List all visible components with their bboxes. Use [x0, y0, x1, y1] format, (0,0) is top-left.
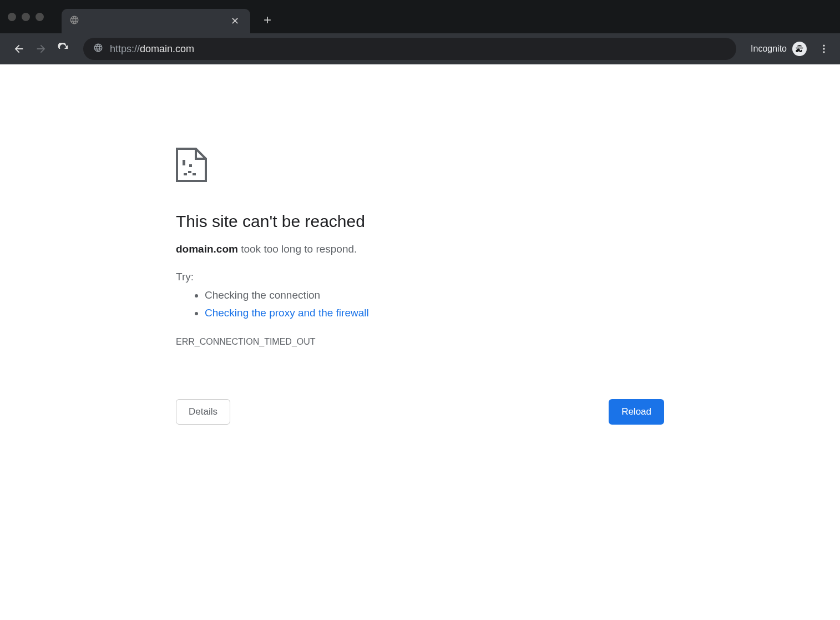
- toolbar: https://domain.com Incognito: [0, 33, 840, 64]
- svg-point-1: [823, 48, 824, 49]
- suggestion-item: Checking the connection: [205, 286, 664, 304]
- error-title: This site can't be reached: [176, 212, 664, 231]
- url-host: domain.com: [140, 43, 194, 55]
- incognito-icon: [792, 42, 807, 56]
- window-close-button[interactable]: [8, 13, 16, 21]
- error-container: This site can't be reached domain.com to…: [176, 148, 664, 425]
- globe-icon: [93, 43, 103, 55]
- suggestion-text: Checking the connection: [205, 289, 320, 301]
- window-controls: [8, 13, 44, 21]
- svg-point-0: [823, 45, 824, 47]
- forward-button[interactable]: [32, 40, 50, 58]
- incognito-label: Incognito: [751, 44, 787, 54]
- tab-strip: ✕ +: [0, 0, 840, 33]
- suggestion-link[interactable]: Checking the proxy and the firewall: [205, 307, 369, 319]
- svg-rect-7: [193, 173, 196, 175]
- error-message-suffix: took too long to respond.: [238, 243, 357, 255]
- try-label: Try:: [176, 271, 664, 283]
- new-tab-button[interactable]: +: [256, 12, 279, 28]
- svg-rect-6: [188, 171, 191, 173]
- browser-chrome: ✕ + https://domain.com Incognito: [0, 0, 840, 64]
- browser-tab[interactable]: ✕: [62, 9, 250, 33]
- reload-button[interactable]: Reload: [609, 399, 664, 425]
- url-text: https://domain.com: [110, 43, 194, 55]
- url-scheme: https://: [110, 43, 140, 55]
- reload-button-toolbar[interactable]: [54, 40, 72, 58]
- details-button[interactable]: Details: [176, 399, 230, 425]
- suggestion-list: Checking the connection Checking the pro…: [176, 286, 664, 322]
- window-minimize-button[interactable]: [22, 13, 30, 21]
- sad-page-icon: [176, 148, 664, 184]
- error-code: ERR_CONNECTION_TIMED_OUT: [176, 337, 664, 347]
- suggestion-item: Checking the proxy and the firewall: [205, 304, 664, 322]
- back-button[interactable]: [10, 40, 28, 58]
- close-icon[interactable]: ✕: [227, 14, 242, 28]
- svg-rect-4: [189, 164, 192, 167]
- window-maximize-button[interactable]: [36, 13, 44, 21]
- incognito-indicator[interactable]: Incognito: [747, 42, 810, 56]
- error-host: domain.com: [176, 243, 238, 255]
- svg-rect-5: [184, 173, 187, 175]
- address-bar[interactable]: https://domain.com: [83, 38, 736, 60]
- page-content: This site can't be reached domain.com to…: [0, 64, 840, 425]
- button-row: Details Reload: [176, 399, 664, 425]
- kebab-menu-button[interactable]: [814, 39, 833, 58]
- svg-point-2: [823, 51, 824, 53]
- error-description: domain.com took too long to respond.: [176, 243, 664, 255]
- svg-rect-3: [183, 160, 185, 165]
- globe-icon: [69, 15, 79, 27]
